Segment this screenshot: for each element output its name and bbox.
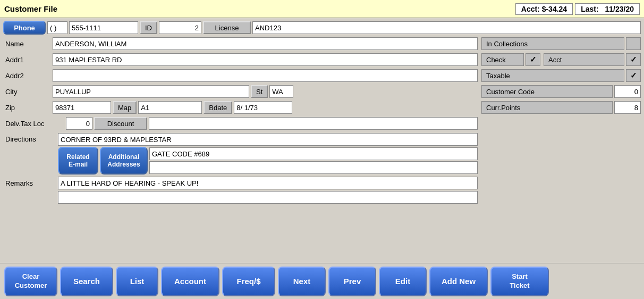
addr1-field[interactable]: 931 MAPLESTAR RD (53, 53, 478, 66)
curr-points-field[interactable]: 8 (614, 101, 641, 114)
phone-number-field[interactable]: 555-1111 (69, 21, 138, 34)
check-label: Check (481, 53, 524, 66)
map-field[interactable]: A1 (138, 101, 202, 114)
discount-button[interactable]: Discount (94, 117, 147, 130)
customer-code-row: Customer Code 0 (481, 84, 641, 99)
id-field[interactable]: 2 (159, 21, 201, 34)
next-button[interactable]: Next (278, 267, 326, 296)
direction-line1[interactable]: CORNER OF 93RD & MAPLESTAR (58, 133, 478, 146)
right-section: In Collections Check ✓ Acct ✓ Taxable ✓ (481, 36, 641, 115)
last-display: Last: 11/23/20 (575, 3, 640, 15)
clear-customer-button[interactable]: Clear Customer (4, 267, 57, 296)
acct-right-label: Acct (544, 53, 624, 66)
in-collections-row: In Collections (481, 36, 641, 51)
delv-label: Delv.Tax Loc (3, 119, 64, 129)
left-section: Name ANDERSON, WILLIAM Addr1 931 MAPLEST… (3, 36, 478, 204)
curr-points-label: Curr.Points (481, 101, 613, 114)
name-row: Name ANDERSON, WILLIAM (3, 36, 478, 51)
license-button[interactable]: License (203, 21, 251, 34)
phone-row: Phone ( ) 555-1111 ID 2 License AND123 (3, 20, 641, 35)
form-area: Phone ( ) 555-1111 ID 2 License AND123 N… (0, 18, 644, 263)
name-field[interactable]: ANDERSON, WILLIAM (53, 37, 478, 50)
city-field[interactable]: PUYALLUP (53, 85, 249, 98)
delv-row: Delv.Tax Loc 0 Discount (3, 116, 478, 131)
account-button[interactable]: Account (161, 267, 219, 296)
acct-value: $-34.24 (542, 5, 567, 13)
addr2-row: Addr2 (3, 68, 478, 83)
st-button[interactable]: St (251, 85, 268, 98)
phone-area-field[interactable]: ( ) (47, 21, 67, 34)
taxable-row: Taxable ✓ (481, 68, 641, 83)
related-email-button[interactable]: Related E-mail (58, 147, 98, 175)
check-acct-row: Check ✓ Acct ✓ (481, 52, 641, 67)
app-title: Customer File (4, 4, 515, 13)
phone-button[interactable]: Phone (3, 21, 46, 35)
taxable-label: Taxable (481, 69, 624, 82)
remarks-section: Remarks A LITTLE HARD OF HEARING - SPEAK… (3, 177, 478, 204)
main-content: Name ANDERSON, WILLIAM Addr1 931 MAPLEST… (3, 36, 641, 204)
license-field[interactable]: AND123 (252, 21, 641, 34)
st-field[interactable]: WA (269, 85, 293, 98)
curr-points-row: Curr.Points 8 (481, 100, 641, 115)
acct-display: Acct: $-34.24 (515, 3, 573, 15)
in-collections-checkbox[interactable] (626, 37, 641, 50)
delv-field[interactable]: 0 (66, 117, 92, 130)
name-label: Name (3, 39, 51, 49)
addr1-row: Addr1 931 MAPLESTAR RD (3, 52, 478, 67)
bdate-button[interactable]: Bdate (204, 101, 232, 114)
add-new-button[interactable]: Add New (429, 267, 488, 296)
zip-row: Zip 98371 Map A1 Bdate 8/ 1/73 (3, 100, 478, 115)
search-button[interactable]: Search (60, 267, 113, 296)
start-ticket-button[interactable]: Start Ticket (490, 267, 549, 296)
acct-checkbox[interactable]: ✓ (626, 53, 641, 66)
zip-label: Zip (3, 103, 51, 113)
check-checkbox[interactable]: ✓ (526, 53, 540, 66)
addr2-label: Addr2 (3, 71, 51, 81)
city-row: City PUYALLUP St WA (3, 84, 478, 99)
map-button[interactable]: Map (113, 101, 137, 114)
discount-field[interactable] (149, 117, 478, 130)
id-button[interactable]: ID (140, 21, 157, 34)
in-collections-label: In Collections (481, 37, 624, 50)
acct-label: Acct: (521, 5, 540, 13)
remarks-label: Remarks (3, 178, 56, 188)
button-bar: Clear Customer Search List Account Freq/… (0, 263, 644, 299)
directions-label: Directions (3, 133, 56, 144)
list-button[interactable]: List (116, 267, 158, 296)
prev-button[interactable]: Prev (328, 267, 376, 296)
edit-button[interactable]: Edit (379, 267, 427, 296)
remarks-field2[interactable] (58, 191, 478, 204)
remarks-field1[interactable]: A LITTLE HARD OF HEARING - SPEAK UP! (58, 177, 478, 189)
bdate-field[interactable]: 8/ 1/73 (234, 101, 292, 114)
additional-addresses-button[interactable]: Additional Addresses (100, 147, 148, 175)
direction-line2[interactable]: GATE CODE #689 (149, 147, 478, 160)
taxable-checkbox[interactable]: ✓ (626, 69, 641, 82)
title-bar: Customer File Acct: $-34.24 Last: 11/23/… (0, 0, 644, 18)
addr2-field[interactable] (53, 69, 478, 82)
city-label: City (3, 87, 51, 97)
freq-button[interactable]: Freq/$ (222, 267, 275, 296)
customer-code-label: Customer Code (481, 85, 613, 98)
customer-code-field[interactable]: 0 (614, 85, 641, 98)
last-date: 11/23/20 (605, 5, 634, 13)
direction-line3[interactable] (149, 161, 478, 174)
directions-section: Directions CORNER OF 93RD & MAPLESTAR Re… (3, 133, 478, 175)
last-label: Last: (581, 5, 598, 13)
addr1-label: Addr1 (3, 55, 51, 65)
zip-field[interactable]: 98371 (53, 101, 111, 114)
